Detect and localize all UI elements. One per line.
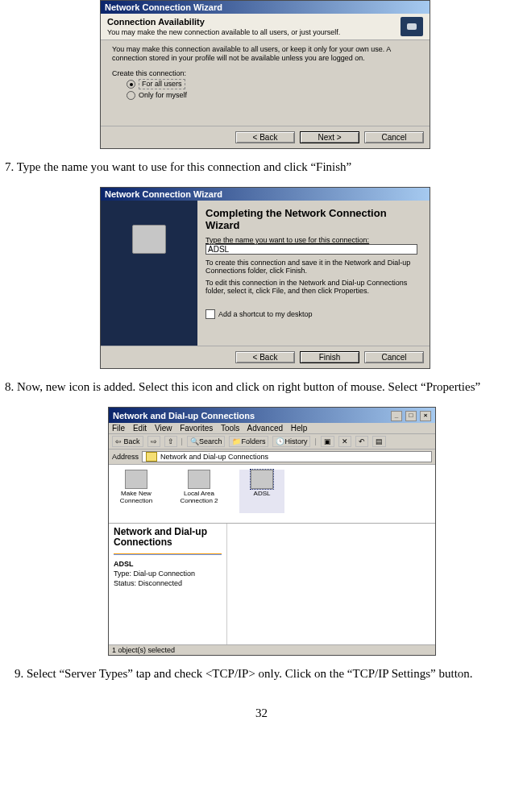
folder-icon — [146, 452, 157, 462]
wizard-availability-dialog: Network Connection Wizard Connection Ava… — [100, 0, 430, 149]
wizard-icon — [401, 17, 423, 36]
shortcut-checkbox-row[interactable]: Add a shortcut to my desktop — [205, 309, 421, 319]
window-title: Network Connection Wizard — [105, 189, 222, 199]
radio-icon — [127, 80, 135, 89]
cancel-button[interactable]: Cancel — [364, 351, 424, 363]
menu-favorites[interactable]: Favorites — [180, 424, 213, 433]
back-button[interactable]: < Back — [235, 131, 295, 143]
step-9-text: 9. Select “Server Types” tap and check <… — [5, 665, 518, 682]
description-text: You may make this connection available t… — [112, 45, 418, 63]
next-button[interactable]: Next > — [300, 131, 359, 143]
radio-icon — [127, 91, 135, 100]
wizard-icon — [125, 470, 147, 489]
back-button[interactable]: < Back — [235, 351, 295, 363]
tool-icon[interactable]: ▤ — [372, 436, 386, 447]
window-title: Network Connection Wizard — [105, 2, 222, 12]
tool-icon[interactable]: ✕ — [338, 436, 351, 447]
radio-label: Only for myself — [139, 91, 187, 100]
wizard-paragraph: To edit this connection in the Network a… — [205, 279, 421, 295]
connections-window: Network and Dial-up Connections _ □ × Fi… — [108, 407, 436, 656]
header-subtitle: You may make the new connection availabl… — [107, 28, 340, 36]
wizard-side-graphic — [101, 201, 197, 346]
window-controls: _ □ × — [390, 409, 431, 421]
up-button[interactable]: ⇧ — [164, 436, 177, 447]
lan-connection-icon[interactable]: Local Area Connection 2 — [176, 470, 222, 513]
maximize-icon[interactable]: □ — [405, 411, 417, 421]
status-bar: 1 object(s) selected — [109, 644, 435, 655]
wizard-complete-dialog: Network Connection Wizard Completing the… — [100, 187, 430, 369]
page-number: 32 — [5, 706, 518, 720]
menu-advanced[interactable]: Advanced — [247, 424, 283, 433]
step-8-text: 8. Now, new icon is added. Select this i… — [5, 379, 518, 396]
menu-bar: File Edit View Favorites Tools Advanced … — [109, 423, 435, 434]
selected-name: ADSL — [114, 560, 134, 568]
dialup-icon — [251, 470, 273, 489]
adsl-connection-icon[interactable]: ADSL — [239, 470, 284, 513]
toolbar: ⇦ Back ⇨ ⇧ | 🔍Search 📁Folders 🕓History |… — [109, 434, 435, 450]
checkbox-icon — [205, 309, 215, 319]
menu-view[interactable]: View — [155, 424, 172, 433]
make-new-connection-icon[interactable]: Make New Connection — [114, 470, 159, 513]
checkbox-label: Add a shortcut to my desktop — [218, 310, 313, 318]
back-button[interactable]: ⇦ Back — [112, 436, 143, 447]
minimize-icon[interactable]: _ — [391, 411, 402, 421]
titlebar: Network Connection Wizard — [101, 1, 430, 14]
tool-icon[interactable]: ▣ — [321, 436, 334, 447]
name-label: Type the name you want to use for this c… — [205, 236, 421, 244]
address-label: Address — [112, 453, 139, 461]
cancel-button[interactable]: Cancel — [364, 131, 424, 143]
wizard-paragraph: To create this connection and save it in… — [205, 259, 421, 275]
menu-tools[interactable]: Tools — [221, 424, 239, 433]
network-icon — [188, 470, 210, 489]
address-field[interactable]: Network and Dial-up Connections — [142, 451, 432, 462]
tool-icon[interactable]: ↶ — [355, 436, 368, 447]
step-7-text: 7. Type the name you want to use for thi… — [5, 159, 518, 176]
radio-only-myself[interactable]: Only for myself — [127, 91, 418, 100]
address-bar: Address Network and Dial-up Connections — [109, 450, 435, 465]
details-pane: Network and Dial-up Connections ADSL Typ… — [109, 524, 227, 644]
titlebar: Network Connection Wizard — [101, 188, 430, 201]
titlebar: Network and Dial-up Connections _ □ × — [109, 408, 435, 423]
history-button[interactable]: 🕓History — [272, 436, 310, 447]
radio-label: For all users — [139, 79, 185, 89]
menu-file[interactable]: File — [112, 424, 125, 433]
icon-area: Make New Connection Local Area Connectio… — [109, 465, 435, 524]
pane-title: Network and Dial-up Connections — [114, 527, 222, 548]
wizard-heading: Completing the Network Connection Wizard — [205, 207, 421, 231]
content-pane — [227, 524, 435, 644]
folders-button[interactable]: 📁Folders — [229, 436, 268, 447]
create-label: Create this connection: — [112, 69, 418, 78]
forward-button[interactable]: ⇨ — [147, 436, 160, 447]
header-title: Connection Availability — [107, 17, 340, 27]
search-button[interactable]: 🔍Search — [187, 436, 226, 447]
radio-all-users[interactable]: For all users — [127, 79, 418, 89]
window-title: Network and Dial-up Connections — [113, 411, 255, 420]
menu-help[interactable]: Help — [291, 424, 308, 433]
finish-button[interactable]: Finish — [300, 351, 359, 363]
menu-edit[interactable]: Edit — [133, 424, 147, 433]
address-value: Network and Dial-up Connections — [160, 453, 268, 461]
close-icon[interactable]: × — [420, 411, 431, 421]
connection-name-input[interactable] — [205, 244, 417, 255]
